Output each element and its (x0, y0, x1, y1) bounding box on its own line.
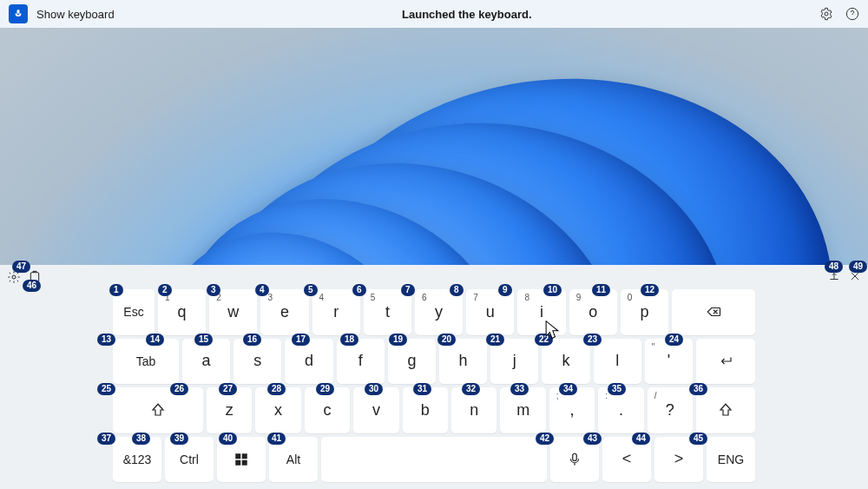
key-u[interactable]: 7u (466, 289, 514, 335)
key-f[interactable]: f (337, 339, 385, 385)
key-row-1: Esc 1q 2w 3e 4r 5t 6y 7u 8i 9o 0p (113, 289, 755, 335)
key-alt[interactable]: Alt (269, 437, 318, 483)
key-e[interactable]: 3e (260, 289, 308, 335)
key-q[interactable]: 1q (158, 289, 206, 335)
key-comma[interactable]: ;, (549, 387, 595, 433)
svg-point-0 (825, 12, 828, 16)
svg-rect-7 (242, 460, 247, 466)
key-h[interactable]: h (439, 339, 487, 385)
key-i[interactable]: 8i (517, 289, 565, 335)
key-l[interactable]: l (594, 339, 641, 385)
key-shift-right[interactable] (696, 387, 755, 433)
key-enter[interactable] (696, 339, 755, 385)
key-m[interactable]: m (500, 387, 545, 433)
key-space[interactable] (321, 437, 547, 483)
key-p[interactable]: 0p (621, 289, 668, 335)
dock-icon[interactable] (828, 270, 840, 282)
key-backspace[interactable] (672, 289, 755, 335)
key-n[interactable]: n (451, 387, 496, 433)
key-x[interactable]: x (255, 387, 300, 433)
key-shift-left[interactable] (113, 387, 203, 433)
key-b[interactable]: b (403, 387, 448, 433)
svg-rect-3 (30, 273, 38, 282)
mic-icon (567, 452, 582, 467)
key-k[interactable]: k (542, 339, 589, 385)
key-d[interactable]: d (285, 339, 332, 385)
windows-icon (233, 452, 249, 467)
key-language[interactable]: ENG (707, 437, 755, 483)
key-o[interactable]: 9o (569, 289, 617, 335)
key-row-3: z x c v b n m ;, :. /? (113, 387, 755, 433)
key-w[interactable]: 2w (209, 289, 257, 335)
key-t[interactable]: 5t (364, 289, 411, 335)
key-c[interactable]: c (305, 387, 350, 433)
svg-rect-4 (235, 453, 240, 459)
touch-keyboard-panel: Esc 1q 2w 3e 4r 5t 6y 7u 8i 9o 0p Tab a … (0, 265, 868, 489)
key-row-2: Tab a s d f g h j k l "' (113, 339, 755, 385)
key-row-4: &123 Ctrl Alt < > ENG (113, 437, 755, 483)
enter-icon (718, 354, 733, 369)
key-g[interactable]: g (388, 339, 436, 385)
help-icon[interactable] (845, 7, 859, 21)
shift-icon (718, 402, 733, 418)
key-s[interactable]: s (233, 339, 281, 385)
key-v[interactable]: v (353, 387, 398, 433)
voice-access-bar: Show keyboard Launched the keyboard. (0, 0, 868, 28)
voice-status-text: Launched the keyboard. (115, 8, 819, 21)
backspace-icon (706, 304, 721, 320)
key-windows[interactable] (217, 437, 266, 483)
key-r[interactable]: 4r (312, 289, 360, 335)
key-symbols[interactable]: &123 (113, 437, 161, 483)
mic-icon (13, 9, 23, 19)
key-arrow-left[interactable]: < (602, 437, 651, 483)
key-dictation[interactable] (550, 437, 599, 483)
clipboard-icon[interactable] (28, 270, 42, 284)
keyboard-grid: Esc 1q 2w 3e 4r 5t 6y 7u 8i 9o 0p Tab a … (113, 289, 755, 482)
key-arrow-right[interactable]: > (654, 437, 703, 483)
key-period[interactable]: :. (598, 387, 643, 433)
key-tab[interactable]: Tab (113, 339, 179, 385)
key-j[interactable]: j (490, 339, 538, 385)
shift-icon (150, 402, 166, 418)
svg-rect-6 (235, 460, 240, 466)
key-question[interactable]: /? (648, 387, 693, 433)
key-apostrophe[interactable]: "' (645, 339, 693, 385)
key-a[interactable]: a (182, 339, 230, 385)
key-ctrl[interactable]: Ctrl (165, 437, 214, 483)
key-esc[interactable]: Esc (113, 289, 155, 335)
close-icon[interactable] (849, 270, 861, 282)
voice-command-label: Show keyboard (36, 8, 115, 21)
key-y[interactable]: 6y (415, 289, 463, 335)
gear-icon[interactable] (819, 7, 833, 21)
svg-point-2 (12, 275, 16, 279)
keyboard-settings-icon[interactable] (7, 270, 21, 284)
key-z[interactable]: z (207, 387, 252, 433)
mic-button[interactable] (9, 4, 28, 23)
svg-rect-5 (242, 453, 247, 459)
